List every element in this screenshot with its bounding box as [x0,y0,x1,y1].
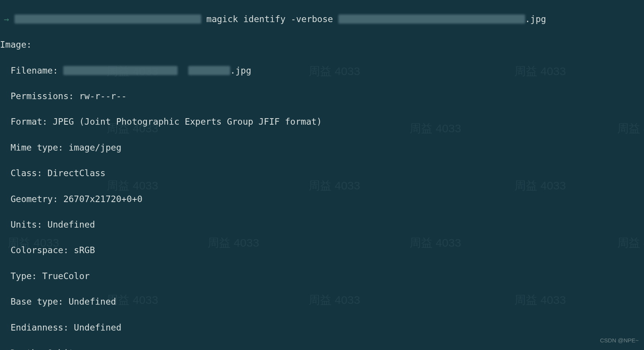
command-text: magick identify -verbose [201,14,338,24]
out-colorspace: Colorspace: sRGB [0,244,644,257]
out-permissions: Permissions: rw-r--r-- [0,90,644,103]
out-image-header: Image: [0,39,644,51]
terminal-output[interactable]: → magick identify -verbose .jpg Image: F… [0,0,644,350]
prompt-line: → magick identify -verbose .jpg [0,13,644,26]
out-class: Class: DirectClass [0,167,644,180]
redacted-filename-part2 [188,66,230,75]
out-type: Type: TrueColor [0,270,644,283]
out-format: Format: JPEG (Joint Photographic Experts… [0,116,644,128]
redacted-path [14,14,201,24]
filename-ext: .jpg [230,66,251,75]
out-filename: Filename: .jpg [0,64,644,77]
out-basetype: Base type: Undefined [0,295,644,308]
redacted-filename-part1 [63,66,178,75]
out-geometry: Geometry: 26707x21720+0+0 [0,193,644,206]
prompt-arrow-icon: → [0,13,9,26]
command-ext: .jpg [525,14,546,24]
csdn-watermark: CSDN @NPE~ [600,334,639,347]
out-mime: Mime type: image/jpeg [0,141,644,154]
redacted-filename [338,14,525,24]
filename-label: Filename: [0,66,63,75]
out-endianness: Endianness: Undefined [0,321,644,334]
out-units: Units: Undefined [0,218,644,231]
out-depth: Depth: 8-bit [0,347,644,350]
